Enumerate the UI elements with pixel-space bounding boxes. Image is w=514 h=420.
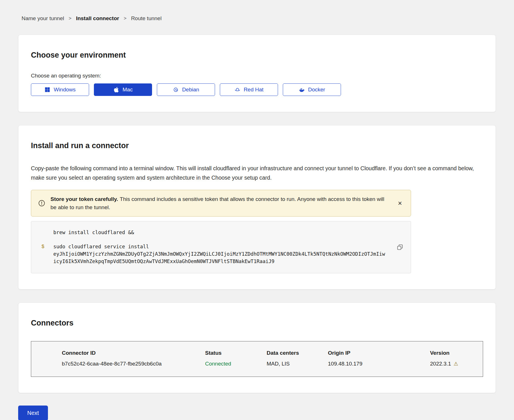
environment-title: Choose your environment: [31, 51, 483, 60]
os-button-label: Red Hat: [244, 87, 264, 93]
data-centers-cell: MAD, LIS: [267, 361, 328, 367]
os-button-label: Windows: [54, 87, 75, 93]
breadcrumb-route-tunnel[interactable]: Route tunnel: [131, 15, 162, 22]
breadcrumb: Name your tunnel > Install connector > R…: [22, 15, 496, 22]
code-line-brew: brew install cloudflared &&: [53, 229, 385, 236]
environment-card: Choose your environment Choose an operat…: [18, 35, 496, 112]
connectors-title: Connectors: [31, 319, 483, 327]
col-header-data-centers: Data centers: [267, 350, 328, 356]
token-warning-bold: Store your token carefully.: [50, 196, 118, 202]
os-button-mac[interactable]: Mac: [94, 83, 152, 96]
col-header-origin-ip: Origin IP: [328, 350, 430, 356]
table-row: b7c52c42-6caa-48ee-8c77-fbe259cb6c0a Con…: [31, 356, 483, 377]
token-warning-text: Store your token carefully.This command …: [50, 195, 391, 211]
os-button-label: Mac: [123, 87, 133, 93]
os-button-docker[interactable]: Docker: [283, 83, 341, 96]
docker-icon: [299, 87, 305, 93]
close-warning-button[interactable]: ✕: [396, 199, 404, 208]
connectors-card: Connectors Connector ID Status Data cent…: [18, 303, 496, 393]
apple-icon: [113, 87, 119, 93]
code-gutter: [31, 229, 53, 236]
status-cell: Connected: [205, 361, 267, 367]
connector-id-cell: b7c52c42-6caa-48ee-8c77-fbe259cb6c0a: [62, 361, 205, 367]
breadcrumb-install-connector[interactable]: Install connector: [76, 15, 119, 22]
os-button-label: Debian: [182, 87, 199, 93]
tunnel-token: eyJhIjoiOWM1YjczYzhmZGNmZDUyOTg2ZjA3NmJm…: [53, 250, 385, 265]
install-command: sudo cloudflared service install: [53, 244, 149, 249]
col-header-connector-id: Connector ID: [62, 350, 205, 356]
install-description: Copy-paste the following command into a …: [31, 164, 483, 182]
page: Name your tunnel > Install connector > R…: [0, 0, 514, 420]
windows-icon: [44, 87, 50, 93]
version-warning-icon: ⚠: [454, 361, 458, 367]
os-button-redhat[interactable]: Red Hat: [220, 83, 278, 96]
origin-ip-cell: 109.48.10.179: [328, 361, 430, 367]
os-button-label: Docker: [308, 87, 325, 93]
breadcrumb-separator: >: [124, 16, 127, 21]
col-header-version: Version: [430, 350, 483, 356]
copy-icon: [397, 244, 403, 251]
os-button-debian[interactable]: Debian: [157, 83, 215, 96]
col-header-status: Status: [205, 350, 267, 356]
os-prompt-label: Choose an operating system:: [31, 73, 483, 79]
next-button[interactable]: Next: [18, 406, 48, 420]
connectors-table: Connector ID Status Data centers Origin …: [31, 341, 483, 377]
code-line-install: sudo cloudflared service installeyJhIjoi…: [53, 243, 385, 265]
breadcrumb-separator: >: [69, 16, 71, 21]
alert-circle-icon: [38, 200, 45, 207]
token-warning-banner: Store your token carefully.This command …: [31, 190, 411, 217]
install-command-codeblock: brew install cloudflared && $ sudo cloud…: [31, 221, 411, 273]
os-button-group: Windows Mac Debian Red Hat: [31, 83, 483, 96]
install-card: Install and run a connector Copy-paste t…: [18, 125, 496, 289]
redhat-icon: [234, 87, 241, 93]
connectors-table-header: Connector ID Status Data centers Origin …: [31, 341, 483, 356]
version-cell: 2022.3.1⚠: [430, 361, 483, 367]
os-button-windows[interactable]: Windows: [31, 83, 89, 96]
shell-prompt: $: [31, 243, 53, 265]
breadcrumb-name-your-tunnel[interactable]: Name your tunnel: [22, 15, 64, 22]
copy-command-button[interactable]: [395, 243, 405, 252]
install-title: Install and run a connector: [31, 141, 483, 150]
debian-icon: [173, 87, 179, 93]
version-value: 2022.3.1: [430, 361, 451, 367]
